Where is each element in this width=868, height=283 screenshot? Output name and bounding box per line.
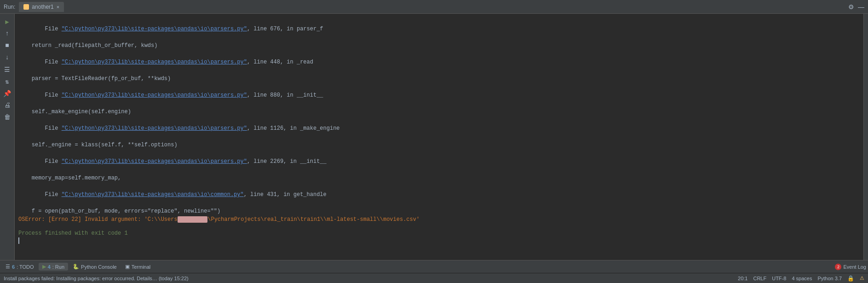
code-line-4: self._engine = klass(self.f, **self.opti… [18,141,860,149]
install-status-text: Install packages failed: Installing pack… [4,276,189,281]
process-finished-line: Process finished with exit code 1 [18,229,860,237]
file-link-2[interactable]: "C:\python\py373\lib\site-packages\panda… [62,59,247,65]
encoding[interactable]: UTF-8 [772,276,786,281]
right-scrollbar[interactable] [863,14,868,260]
todo-icon: ☰ [6,264,10,270]
tab-bar-right: ⚙ — [848,3,864,11]
code-line-5: memory_map=self.memory_map, [18,174,860,182]
status-left: Install packages failed: Installing pack… [4,276,189,281]
code-line-1: return _read(filepath_or_buffer, kwds) [18,41,860,50]
tab-bar: Run: another1 × ⚙ — [0,0,868,14]
status-right: 20:1 CRLF UTF-8 4 spaces Python 3.7 🔒 ⚠ [738,275,864,282]
lock-icon: 🔒 [847,275,854,282]
tab-terminal[interactable]: ▣ Terminal [121,263,155,271]
oserror-line: OSError: [Errno 22] Invalid argument: 'C… [18,215,860,224]
status-bar: Install packages failed: Installing pack… [0,273,868,283]
text-cursor [18,237,19,244]
bottom-tabs: ☰ 6 : TODO ▶ 4 : Run 🐍 Python Console ▣ … [0,260,868,273]
tab-todo[interactable]: ☰ 6 : TODO [2,263,38,271]
minimize-button[interactable]: — [858,3,864,11]
traceback-line-6: File "C:\python\py373\lib\site-packages\… [18,182,860,207]
warning-icon: ⚠ [860,275,864,281]
pin-button[interactable]: 📌 [2,88,12,98]
file-link-3[interactable]: "C:\python\py373\lib\site-packages\panda… [62,92,247,98]
traceback-line-3: File "C:\python\py373\lib\site-packages\… [18,83,860,108]
event-log-area[interactable]: 2 Event Log [835,264,866,270]
event-log-label: Event Log [843,264,866,270]
delete-button[interactable]: 🗑 [2,112,12,122]
print-button[interactable]: 🖨 [2,100,12,110]
main-tab[interactable]: another1 × [19,2,64,12]
event-log-badge: 2 [835,264,841,270]
console-output[interactable]: File "C:\python\py373\lib\site-packages\… [15,14,863,260]
file-link-4[interactable]: "C:\python\py373\lib\site-packages\panda… [62,125,247,132]
traceback-line-2: File "C:\python\py373\lib\site-packages\… [18,50,860,75]
tab-run[interactable]: ▶ 4 : Run [39,263,68,271]
scroll-up-button[interactable]: ↑ [2,29,12,39]
code-line-6: f = open(path_or_buf, mode, errors="repl… [18,207,860,215]
close-tab-icon[interactable]: × [57,4,59,10]
code-line-2: parser = TextFileReader(fp_or_buf, **kwd… [18,75,860,83]
file-link-1[interactable]: "C:\python\py373\lib\site-packages\panda… [62,26,247,32]
left-toolbar: ▶ ↑ ■ ↓ ☰ ⇅ 📌 🖨 🗑 [0,14,15,260]
tab-python-console[interactable]: 🐍 Python Console [69,263,121,271]
file-link-6[interactable]: "C:\python\py373\lib\site-packages\panda… [62,191,244,198]
traceback-line-4: File "C:\python\py373\lib\site-packages\… [18,116,860,141]
terminal-icon: ▣ [125,264,130,270]
censored-username: ████████ [178,216,208,223]
stop-button[interactable]: ■ [2,40,12,51]
cursor-position[interactable]: 20:1 [738,276,747,281]
run-button[interactable]: ▶ [2,17,12,27]
line-ending[interactable]: CRLF [753,276,766,281]
python-console-icon: 🐍 [73,264,79,270]
cursor-line [18,237,860,244]
python-version[interactable]: Python 3.7 [817,276,842,281]
sort-button[interactable]: ⇅ [2,76,12,87]
traceback-line-5: File "C:\python\py373\lib\site-packages\… [18,149,860,174]
blank-line [18,224,860,229]
tab-bar-left: Run: another1 × [4,2,64,12]
indent-setting[interactable]: 4 spaces [792,276,812,281]
run-label: Run: [4,4,15,10]
tab-file-icon [23,4,29,10]
main-area: ▶ ↑ ■ ↓ ☰ ⇅ 📌 🖨 🗑 File "C:\python\py373\… [0,14,868,260]
code-line-3: self._make_engine(self.engine) [18,108,860,116]
traceback-line-1: File "C:\python\py373\lib\site-packages\… [18,17,860,41]
run-tab-icon: ▶ [42,264,46,270]
file-link-5[interactable]: "C:\python\py373\lib\site-packages\panda… [62,158,247,165]
tab-title: another1 [32,4,53,10]
scroll-down-button[interactable]: ↓ [2,52,12,63]
list-button[interactable]: ☰ [2,64,12,75]
settings-button[interactable]: ⚙ [848,3,854,11]
